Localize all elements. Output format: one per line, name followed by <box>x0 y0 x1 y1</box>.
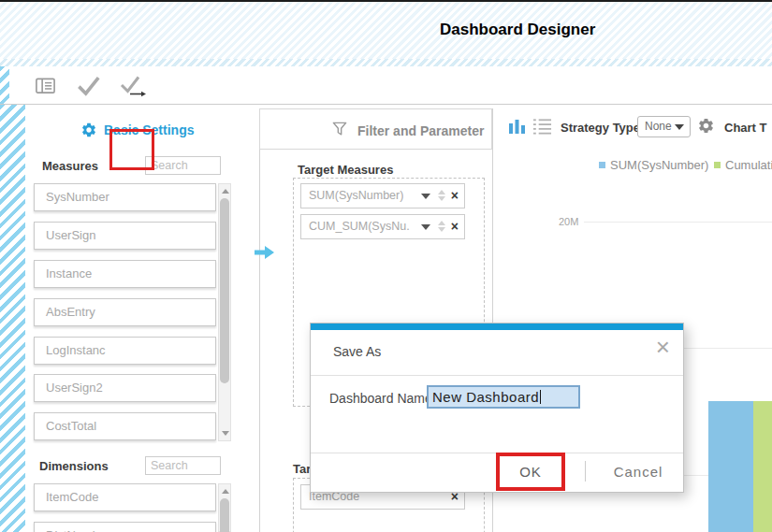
ok-highlight-box <box>496 453 565 491</box>
check-arrow-icon <box>118 72 147 101</box>
dimension-list-item[interactable]: ItemCode <box>34 483 216 511</box>
y-axis-tick: 20M <box>559 216 578 227</box>
header-separator <box>0 59 772 66</box>
chevron-down-icon[interactable] <box>421 224 430 230</box>
dimensions-label: Dimensions <box>39 459 109 473</box>
target-measure-chip[interactable]: CUM_SUM(SysNu... × <box>300 214 465 239</box>
filter-funnel-icon <box>330 120 349 138</box>
target-measures-label: Target Measures <box>298 163 393 177</box>
dashboard-name-value: New Dashboard <box>432 389 539 405</box>
strategy-type-select[interactable]: None <box>637 116 691 137</box>
measures-search-input[interactable] <box>145 156 221 175</box>
dashboard-designer-screen: Dashboard Designer <box>0 0 772 532</box>
open-dashboard-button[interactable] <box>35 75 56 99</box>
scroll-thumb[interactable] <box>220 198 229 383</box>
scroll-down-icon[interactable] <box>222 431 229 436</box>
legend-label: SUM(SysNumber) <box>610 158 708 172</box>
cancel-button[interactable]: Cancel <box>601 453 676 490</box>
chart-settings-gear-icon[interactable] <box>697 117 715 135</box>
gridline <box>584 222 772 223</box>
dashboard-name-label: Dashboard Name <box>329 391 432 406</box>
toolbar-highlight-box <box>109 129 154 170</box>
list-view-icon[interactable] <box>532 117 552 136</box>
filter-panel-title: Filter and Parameter <box>357 123 484 138</box>
measure-list-item[interactable]: LogInstanc <box>34 337 216 365</box>
chart-bar-green <box>753 401 772 532</box>
strategy-type-value: None <box>645 120 672 133</box>
measures-label: Measures <box>42 159 98 173</box>
close-icon[interactable]: × <box>656 335 670 359</box>
legend-swatch-green <box>714 162 721 168</box>
basic-settings-gear-icon[interactable] <box>80 122 97 138</box>
scroll-up-icon[interactable] <box>222 489 229 494</box>
dialog-title: Save As <box>333 344 381 359</box>
panel-divider-1 <box>259 108 260 532</box>
dimensions-scrollbar[interactable] <box>218 483 231 532</box>
chip-label: SUM(SysNumber) <box>309 184 403 208</box>
measure-list-item[interactable]: CostTotal <box>34 412 216 440</box>
target-measure-chip[interactable]: SUM(SysNumber) × <box>300 183 465 208</box>
dashboard-name-input[interactable]: New Dashboard <box>427 385 580 409</box>
page-title: Dashboard Designer <box>440 21 595 39</box>
apply-button[interactable] <box>76 73 101 101</box>
measure-list-item[interactable]: AbsEntry <box>34 298 216 326</box>
remove-icon[interactable]: × <box>451 184 459 208</box>
check-icon <box>76 73 101 98</box>
left-edge-stripes <box>0 105 25 532</box>
measure-list-item[interactable]: UserSign <box>34 222 216 250</box>
right-arrow-icon <box>255 245 275 260</box>
measures-scrollbar[interactable] <box>218 183 231 441</box>
measure-list-item[interactable]: Instance <box>34 260 216 288</box>
remove-icon[interactable]: × <box>451 215 459 238</box>
dimension-list-item[interactable]: DistNumber <box>34 522 216 532</box>
dimensions-search-input[interactable] <box>145 456 221 475</box>
chart-bar-blue <box>708 401 753 532</box>
chevron-down-icon[interactable] <box>421 194 430 199</box>
text-caret <box>540 390 541 404</box>
toolbar <box>0 66 772 105</box>
bar-chart-icon[interactable] <box>508 117 527 136</box>
dialog-accent-bar <box>311 324 683 330</box>
dialog-divider <box>311 375 683 376</box>
button-divider <box>585 461 586 482</box>
measure-list-item[interactable]: UserSign2 <box>34 374 216 402</box>
scroll-thumb[interactable] <box>220 498 229 532</box>
scroll-up-icon[interactable] <box>222 189 229 194</box>
legend-label: Cumulative <box>725 158 772 172</box>
chevron-down-icon <box>675 124 684 130</box>
chip-label: CUM_SUM(SysNu... <box>309 215 410 238</box>
app-header: Dashboard Designer <box>0 2 772 59</box>
toolbar-left-stripes <box>0 66 9 104</box>
folder-form-icon <box>35 75 56 96</box>
legend-swatch-blue <box>599 162 605 168</box>
chart-type-label: Chart T <box>724 121 767 135</box>
strategy-type-label: Strategy Type <box>561 121 640 135</box>
filter-panel-header: Filter and Parameter <box>259 108 492 150</box>
save-as-dialog: Save As × Dashboard Name New Dashboard O… <box>310 323 684 493</box>
measure-list-item[interactable]: SysNumber <box>34 183 216 211</box>
sort-icon[interactable] <box>438 190 445 201</box>
save-as-button[interactable] <box>118 72 147 104</box>
sort-icon[interactable] <box>438 221 445 232</box>
